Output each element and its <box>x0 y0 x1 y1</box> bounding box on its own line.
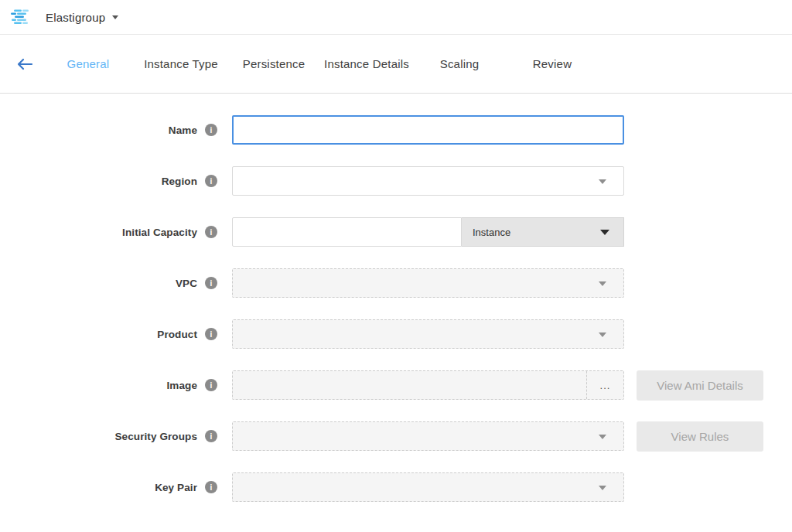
info-icon[interactable]: i <box>205 430 217 442</box>
back-button[interactable] <box>15 55 34 73</box>
key-pair-label: Key Pair <box>155 482 197 493</box>
dropdown-caret-icon <box>599 332 606 337</box>
security-groups-label: Security Groups <box>114 431 197 442</box>
dropdown-caret-icon <box>600 230 609 235</box>
vpc-label: VPC <box>176 278 197 289</box>
vpc-select <box>232 268 624 298</box>
image-browse-button[interactable]: ... <box>586 371 623 399</box>
product-row: Product i <box>0 319 792 349</box>
info-icon[interactable]: i <box>205 379 217 391</box>
app-name: Elastigroup <box>46 11 105 24</box>
dropdown-caret-icon <box>599 486 606 490</box>
elastigroup-logo-icon <box>11 9 32 25</box>
name-label: Name <box>169 124 197 136</box>
region-select[interactable] <box>232 166 624 196</box>
info-icon[interactable]: i <box>205 328 217 340</box>
security-groups-row: Security Groups i View Rules <box>0 421 792 451</box>
product-select <box>232 319 624 349</box>
vpc-row: VPC i <box>0 268 792 298</box>
info-icon[interactable]: i <box>205 226 217 238</box>
wizard-tab-bar: General Instance Type Persistence Instan… <box>0 35 792 94</box>
key-pair-select <box>232 472 624 502</box>
initial-capacity-label: Initial Capacity <box>122 227 197 238</box>
app-switcher[interactable]: Elastigroup <box>11 9 118 25</box>
tab-review[interactable]: Review <box>506 57 599 70</box>
tab-scaling[interactable]: Scaling <box>413 57 506 70</box>
product-label: Product <box>157 329 197 340</box>
general-settings-form: Name i Region i Initial Capacity i Insta… <box>0 94 792 502</box>
region-label: Region <box>162 176 197 187</box>
info-icon[interactable]: i <box>205 481 217 493</box>
dropdown-caret-icon <box>599 281 606 286</box>
image-input: ... <box>232 370 624 400</box>
view-ami-details-button[interactable]: View Ami Details <box>637 370 763 401</box>
tab-instance-type[interactable]: Instance Type <box>135 57 227 70</box>
security-groups-select <box>232 421 624 451</box>
info-icon[interactable]: i <box>205 277 217 289</box>
name-row: Name i <box>0 115 792 145</box>
image-label: Image <box>166 380 197 391</box>
capacity-unit-value: Instance <box>473 227 510 238</box>
dropdown-caret-icon <box>599 179 606 184</box>
info-icon[interactable]: i <box>205 175 217 187</box>
back-arrow-icon <box>16 58 33 70</box>
capacity-unit-select[interactable]: Instance <box>462 217 624 247</box>
dropdown-caret-icon <box>599 435 606 439</box>
tab-instance-details[interactable]: Instance Details <box>320 57 413 70</box>
wizard-tabs: General Instance Type Persistence Instan… <box>42 57 599 70</box>
info-icon[interactable]: i <box>205 124 217 136</box>
chevron-down-icon <box>112 15 118 19</box>
initial-capacity-input[interactable] <box>232 217 462 247</box>
name-input[interactable] <box>232 115 624 145</box>
image-row: Image i ... View Ami Details <box>0 370 792 400</box>
top-bar: Elastigroup <box>0 0 792 35</box>
tab-general[interactable]: General <box>42 57 135 70</box>
view-rules-button[interactable]: View Rules <box>637 421 763 452</box>
key-pair-row: Key Pair i <box>0 472 792 502</box>
initial-capacity-row: Initial Capacity i Instance <box>0 217 792 247</box>
tab-persistence[interactable]: Persistence <box>227 57 320 70</box>
region-row: Region i <box>0 166 792 196</box>
